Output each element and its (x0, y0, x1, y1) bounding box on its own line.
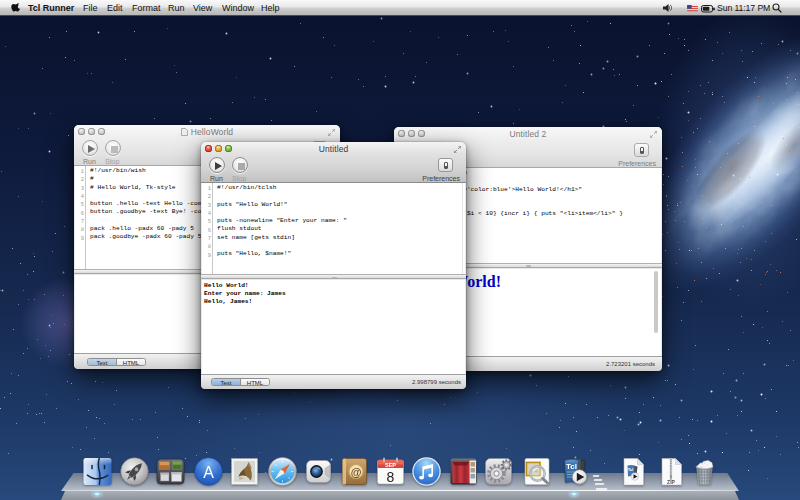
svg-text:8: 8 (387, 469, 395, 485)
svg-text:SEP: SEP (385, 462, 396, 468)
svg-text:ZIP: ZIP (667, 479, 675, 485)
svg-text:A: A (203, 495, 214, 500)
svg-text:8: 8 (387, 491, 395, 500)
svg-text:ZIP: ZIP (667, 491, 675, 497)
svg-text:Tcl: Tcl (628, 467, 634, 472)
svg-text:A: A (203, 464, 214, 481)
svg-text:@: @ (351, 466, 362, 478)
svg-text:Tcl: Tcl (566, 462, 577, 471)
